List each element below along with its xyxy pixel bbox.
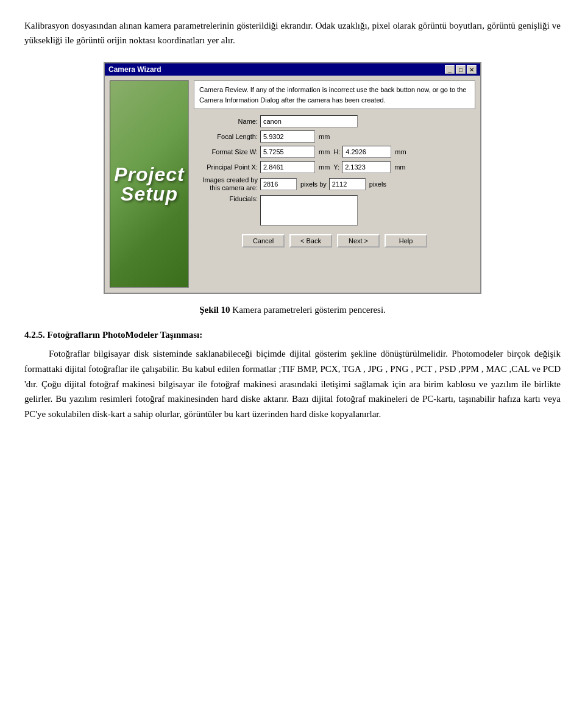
figure-number: Şekil 10 [199,305,230,315]
pixels-by-label: pixels by [300,180,327,188]
focal-input[interactable] [260,130,315,143]
dialog-title: Camera Wizard [108,65,161,74]
images-row: Images created by this camera are: pixel… [194,176,475,192]
pixels-label: pixels [369,180,386,188]
help-button[interactable]: Help [385,234,427,248]
dialog-titlebar: Camera Wizard _ □ ✕ [105,63,480,76]
project-label: Project [114,165,184,184]
figure-caption: Şekil 10 Kamera parametreleri gösterim p… [24,305,561,315]
images-h-input[interactable] [329,178,366,190]
focal-length-row: Focal Length: mm [194,130,475,143]
right-panel: Camera Review. If any of the information… [194,80,475,288]
section-heading: 4.2.5. Fotoğrafların PhotoModeler Taşınm… [24,330,561,340]
images-w-input[interactable] [260,178,297,190]
fiducials-label: Fiducials: [194,195,258,202]
name-input[interactable] [260,115,358,127]
principal-label: Principal Point X: [194,163,258,171]
format-h-input[interactable] [342,146,391,158]
format-w-unit: mm [319,148,330,155]
format-h-unit: mm [395,148,406,155]
format-w-input[interactable] [260,146,315,158]
back-button[interactable]: < Back [289,234,332,248]
principal-x-input[interactable] [260,161,315,173]
focal-label: Focal Length: [194,133,258,140]
format-size-row: Format Size W: mm H: mm [194,146,475,158]
dialog-wrapper: Camera Wizard _ □ ✕ Project Setup Camera… [24,62,561,294]
principal-x-unit: mm [319,163,330,171]
project-setup-background: Project Setup [110,81,188,287]
camera-wizard-dialog: Camera Wizard _ □ ✕ Project Setup Camera… [104,62,481,294]
principal-y-input[interactable] [342,161,391,173]
left-panel: Project Setup [110,80,189,288]
review-text-box: Camera Review. If any of the information… [194,80,475,109]
intro-paragraph: Kalibrasyon dosyasından alınan kamera pa… [24,18,561,48]
caption-description: Kamera parametreleri gösterim penceresi. [232,305,386,315]
section-paragraph: Fotoğraflar bilgisayar disk sisteminde s… [24,346,561,422]
format-label: Format Size W: [194,148,258,155]
next-button[interactable]: Next > [337,234,380,248]
images-label: Images created by this camera are: [194,176,258,192]
name-label: Name: [194,118,258,125]
fiducials-input [260,195,358,226]
fiducials-row: Fiducials: [194,195,475,226]
focal-unit: mm [319,133,330,140]
titlebar-buttons: _ □ ✕ [445,65,477,74]
cancel-button[interactable]: Cancel [242,234,285,248]
principal-point-row: Principal Point X: mm Y: mm [194,161,475,173]
name-row: Name: [194,115,475,127]
maximize-button[interactable]: □ [456,65,466,74]
dialog-body: Project Setup Camera Review. If any of t… [105,76,480,293]
principal-y-label: Y: [333,163,339,171]
minimize-button[interactable]: _ [445,65,455,74]
setup-label: Setup [121,184,178,204]
form-grid: Name: Focal Length: mm Format Size W: mm [194,115,475,226]
close-button[interactable]: ✕ [467,65,477,74]
principal-y-unit: mm [394,163,405,171]
button-row: Cancel < Back Next > Help [194,229,475,251]
format-h-label: H: [333,148,340,155]
